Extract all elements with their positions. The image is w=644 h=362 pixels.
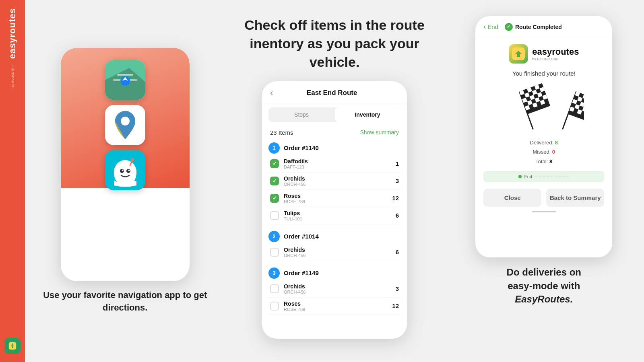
item-name: Orchids — [284, 175, 396, 182]
items-header: 23 Items Show summary — [262, 126, 407, 139]
item-info-roses-3: Roses ROSE-789 — [284, 300, 392, 312]
checkbox-daffodils[interactable] — [270, 159, 279, 168]
item-qty: 6 — [396, 249, 399, 255]
order-header-3: 3 Order #1149 — [268, 264, 400, 280]
checkered-flags — [504, 83, 584, 132]
list-item: Orchids ORCH-456 3 — [268, 280, 400, 298]
phone-route-title: East End Route — [307, 89, 357, 97]
svg-point-13 — [120, 169, 124, 173]
close-button[interactable]: Close — [483, 189, 541, 207]
checkbox-tulips[interactable] — [270, 211, 279, 220]
item-name: Orchids — [284, 247, 396, 253]
er-logo: easyroutes by ROUNDTRIP — [509, 44, 579, 64]
right-content: easyroutes by ROUNDTRIP You finished you… — [475, 36, 612, 257]
item-sku: ROSE-789 — [284, 307, 392, 312]
end-label: End — [487, 23, 498, 30]
svg-point-10 — [121, 117, 130, 125]
svg-point-15 — [122, 170, 123, 171]
order-badge-3: 3 — [268, 267, 280, 279]
back-button[interactable]: ‹ — [270, 88, 273, 98]
list-item: Daffodils DAFF-123 1 — [268, 155, 400, 173]
item-sku: ROSE-789 — [284, 199, 392, 204]
completed-check-icon: ✓ — [505, 23, 513, 31]
checkbox-roses-1[interactable] — [270, 194, 279, 203]
checkbox-orchids-2[interactable] — [270, 248, 279, 257]
sidebar-brand: easyroutes — [7, 8, 18, 59]
order-header-1: 1 Order #1140 — [268, 139, 400, 155]
items-count: 23 Items — [270, 129, 293, 136]
stat-delivered: Delivered: 8 — [530, 138, 558, 147]
stat-missed-val: 0 — [552, 149, 555, 155]
list-item: Orchids ORCH-456 3 — [268, 173, 400, 190]
show-summary-link[interactable]: Show summary — [360, 129, 399, 136]
order-title-3: Order #1149 — [284, 269, 319, 276]
er-logo-text-block: easyroutes by ROUNDTRIP — [532, 47, 579, 61]
svg-point-18 — [131, 158, 134, 161]
item-qty: 3 — [396, 177, 399, 184]
end-link[interactable]: ‹ End — [483, 23, 498, 31]
order-title-1: Order #1140 — [284, 144, 319, 151]
phone-mockup-center: ‹ East End Route Stops Inventory 23 Item… — [262, 81, 407, 339]
item-qty: 6 — [396, 212, 399, 219]
er-logo-sub: by ROUNDTRIP — [532, 57, 579, 61]
sidebar-sub: by ROUNDTRIP — [11, 64, 14, 87]
checkbox-roses-3[interactable] — [270, 302, 279, 311]
stat-delivered-val: 8 — [555, 140, 558, 146]
list-item: Tulips TULI-101 6 — [268, 207, 400, 224]
item-info-daffodils: Daffodils DAFF-123 — [284, 158, 396, 169]
item-info-orchids-2: Orchids ORCH-456 — [284, 247, 396, 258]
item-sku: ORCH-456 — [284, 290, 396, 294]
svg-point-14 — [126, 169, 130, 173]
order-title-2: Order #1014 — [284, 233, 319, 240]
route-completed-label: Route Completed — [515, 24, 562, 30]
end-dot-icon — [518, 175, 522, 178]
er-logo-name: easyroutes — [532, 47, 579, 57]
finished-text: You finished your route! — [512, 70, 576, 77]
item-name: Roses — [284, 193, 392, 199]
order-badge-1: 1 — [268, 142, 280, 154]
item-name: Roses — [284, 300, 392, 307]
sidebar-app-icon[interactable] — [4, 338, 21, 354]
item-sku: ORCH-456 — [284, 253, 396, 258]
sidebar: easyroutes by ROUNDTRIP — [0, 0, 25, 362]
svg-point-16 — [128, 170, 130, 171]
tab-inventory[interactable]: Inventory — [334, 107, 400, 122]
tab-stops[interactable]: Stops — [268, 107, 334, 122]
sidebar-bottom — [4, 338, 21, 354]
end-stop-banner: End ─ ─ ─ ─ ─ ─ ─ ─ ─ — [483, 171, 604, 182]
checkbox-orchids-1[interactable] — [270, 177, 279, 185]
app-icon-waze[interactable] — [105, 150, 145, 190]
back-to-summary-button[interactable]: Back to Summary — [546, 189, 604, 207]
list-item: Roses ROSE-789 12 — [268, 298, 400, 315]
order-group-3: 3 Order #1149 Orchids ORCH-456 3 Roses R… — [268, 264, 400, 315]
svg-rect-5 — [117, 74, 133, 76]
item-sku: TULI-101 — [284, 216, 396, 221]
stat-missed: Missed: 0 — [530, 147, 558, 156]
app-icon-apple-maps[interactable] — [105, 60, 145, 100]
home-indicator — [532, 211, 556, 212]
order-group-1: 1 Order #1140 Daffodils DAFF-123 1 Orchi… — [268, 139, 400, 224]
action-buttons: Close Back to Summary — [483, 189, 604, 207]
center-instruction: Check off items in the route inentory as… — [238, 16, 431, 72]
item-qty: 3 — [396, 285, 399, 292]
item-info-orchids-3: Orchids ORCH-456 — [284, 283, 396, 294]
right-caption: Do deliveries on easy-mode with EasyRout… — [507, 265, 581, 306]
stats-block: Delivered: 8 Missed: 0 Total: 8 — [530, 138, 558, 166]
panel-center: Check off items in the route inentory as… — [225, 0, 444, 362]
list-item: Orchids ORCH-456 6 — [268, 244, 400, 261]
item-qty: 12 — [392, 195, 399, 202]
right-phone-header: ‹ End ✓ Route Completed — [475, 16, 612, 36]
item-sku: DAFF-123 — [284, 165, 396, 169]
inventory-list: 1 Order #1140 Daffodils DAFF-123 1 Orchi… — [262, 139, 407, 339]
nav-caption: Use your favorite navigation app to get … — [33, 289, 217, 314]
stat-total: Total: 8 — [530, 157, 558, 166]
phone-mockup-left — [61, 48, 190, 281]
item-sku: ORCH-456 — [284, 182, 396, 187]
item-info-tulips: Tulips TULI-101 — [284, 210, 396, 221]
order-header-2: 2 Order #1014 — [268, 228, 400, 244]
checkbox-orchids-3[interactable] — [270, 284, 279, 293]
panel-right: ‹ End ✓ Route Completed easyroutes — [444, 0, 644, 362]
item-qty: 12 — [392, 302, 399, 309]
list-item: Roses ROSE-789 12 — [268, 190, 400, 207]
app-icon-google-maps[interactable] — [105, 105, 145, 145]
